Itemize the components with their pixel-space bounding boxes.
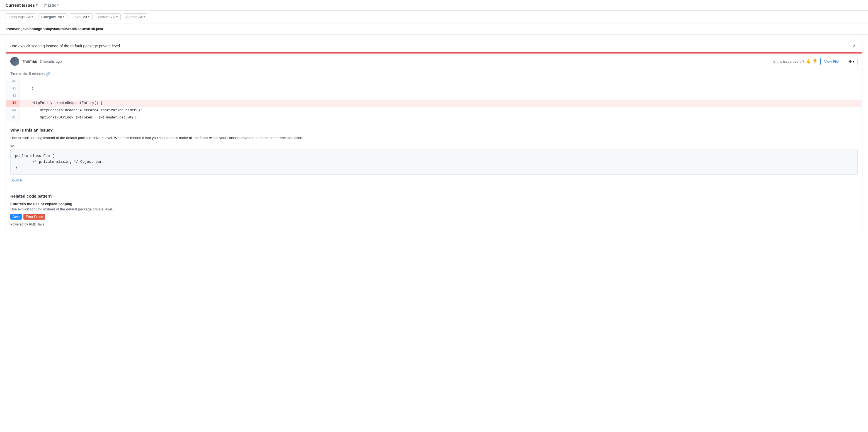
issue-header: Use explicit scoping instead of the defa…	[6, 39, 862, 54]
level-filter[interactable]: Level All ▾	[70, 13, 93, 20]
code-example: public class Foo { /* private missing */…	[10, 149, 858, 175]
category-filter[interactable]: Category All ▾	[38, 13, 67, 20]
gear-icon: ⚙	[849, 59, 852, 64]
avatar-image	[10, 57, 19, 66]
clock-icon: 🔗	[46, 72, 50, 76]
line-number: 41	[6, 86, 20, 93]
settings-chevron-icon: ▾	[853, 59, 855, 64]
code-line: 41 }	[6, 86, 862, 93]
powered-by: Powered by PMD Java	[10, 222, 858, 226]
why-title: Why is this an issue?	[10, 128, 858, 132]
issue-panel: Use explicit scoping instead of the defa…	[6, 39, 862, 232]
useful-prompt: Is this issue useful? 👍 👎	[773, 59, 817, 64]
issue-title: Use explicit scoping instead of the defa…	[10, 44, 120, 48]
pattern-name: Enforces the use of explicit scoping	[10, 202, 858, 206]
level-filter-chevron: ▾	[88, 15, 90, 19]
line-content: Optional<String> jwtToken = jwtHeader.ge…	[20, 115, 862, 122]
branch-selector[interactable]: master ▾	[44, 3, 59, 7]
line-number: 43	[6, 100, 20, 107]
author-filter-chevron: ▾	[144, 15, 145, 19]
category-filter-label: Category	[41, 15, 56, 19]
category-filter-chevron: ▾	[63, 15, 64, 19]
tag-java[interactable]: Java	[10, 214, 22, 220]
code-line: 45 Optional<String> jwtToken = jwtHeader…	[6, 115, 862, 122]
branch-chevron-icon: ▾	[57, 3, 59, 7]
pattern-filter-chevron: ▾	[116, 15, 118, 19]
category-filter-value: All	[58, 15, 62, 19]
time-to-fix-text: Time to fix: 5 minutes	[10, 72, 44, 76]
author-info: Thomas 3 months ago	[10, 57, 62, 66]
filter-bar: Language All ▾ Category All ▾ Level All …	[0, 10, 868, 23]
code-line: 43 HttpEntity createRequestEntity() {	[6, 100, 862, 107]
pattern-filter-label: Pattern	[98, 15, 110, 19]
line-content: }	[20, 86, 862, 93]
file-path: src/main/java/com/github/jwt/auth0/web/R…	[0, 23, 868, 35]
code-line: 42	[6, 93, 862, 100]
line-content: HttpHeaders header = createAuthorization…	[20, 107, 862, 115]
issue-actions: Is this issue useful? 👍 👎 View File ⚙ ▾	[773, 58, 858, 65]
author-filter-label: Author	[126, 15, 136, 19]
level-filter-value: All	[83, 15, 87, 19]
related-section: Related code pattern Enforces the use of…	[6, 188, 862, 232]
ex-label: Ex:	[10, 143, 858, 148]
page-title[interactable]: Current Issues ▾	[6, 3, 38, 7]
code-line: 40 }	[6, 78, 862, 86]
tags-container: JavaError Prone	[10, 214, 858, 220]
avatar	[10, 57, 19, 66]
thumbs-down-icon[interactable]: 👎	[812, 59, 817, 64]
line-number: 44	[6, 107, 20, 115]
related-title: Related code pattern	[10, 194, 858, 198]
author-filter-value: All	[138, 15, 143, 19]
line-number: 40	[6, 78, 20, 86]
language-filter-value: All	[27, 15, 30, 19]
line-number: 42	[6, 93, 20, 100]
line-content: HttpEntity createRequestEntity() {	[20, 100, 862, 107]
pattern-filter-value: All	[111, 15, 115, 19]
language-filter-chevron: ▾	[31, 15, 33, 19]
collapse-button[interactable]: ∧	[851, 43, 858, 49]
language-filter[interactable]: Language All ▾	[6, 13, 36, 20]
why-text: Use explicit scoping instead of the defa…	[10, 135, 858, 141]
line-number: 45	[6, 115, 20, 122]
pattern-desc: Use explicit scoping instead of the defa…	[10, 207, 858, 211]
separator: |	[40, 3, 41, 7]
title-text: Current Issues	[6, 3, 35, 7]
title-chevron: ▾	[36, 3, 38, 7]
author-name: Thomas	[22, 59, 37, 64]
author-filter[interactable]: Author All ▾	[123, 13, 148, 20]
code-block: 40 }41 }4243 HttpEntity createRequestEnt…	[6, 78, 862, 122]
code-line: 44 HttpHeaders header = createAuthorizat…	[6, 107, 862, 115]
view-file-button[interactable]: View File	[820, 58, 842, 65]
time-to-fix: Time to fix: 5 minutes 🔗	[6, 69, 862, 78]
why-section: Why is this an issue? Use explicit scopi…	[6, 122, 862, 188]
tag-error[interactable]: Error Prone	[23, 214, 45, 220]
author-time: 3 months ago	[40, 59, 62, 64]
useful-prompt-text: Is this issue useful?	[773, 59, 804, 64]
author-row: Thomas 3 months ago Is this issue useful…	[6, 54, 862, 69]
line-content	[20, 93, 862, 100]
pattern-filter[interactable]: Pattern All ▾	[95, 13, 121, 20]
thumbs-up-icon[interactable]: 👍	[806, 59, 811, 64]
level-filter-label: Level	[73, 15, 82, 19]
branch-label: master	[44, 3, 56, 7]
language-filter-label: Language	[9, 15, 25, 19]
line-content: }	[20, 78, 862, 86]
top-bar: Current Issues ▾ | master ▾	[0, 0, 868, 10]
source-link[interactable]: Source	[10, 178, 22, 182]
settings-button[interactable]: ⚙ ▾	[846, 58, 858, 65]
